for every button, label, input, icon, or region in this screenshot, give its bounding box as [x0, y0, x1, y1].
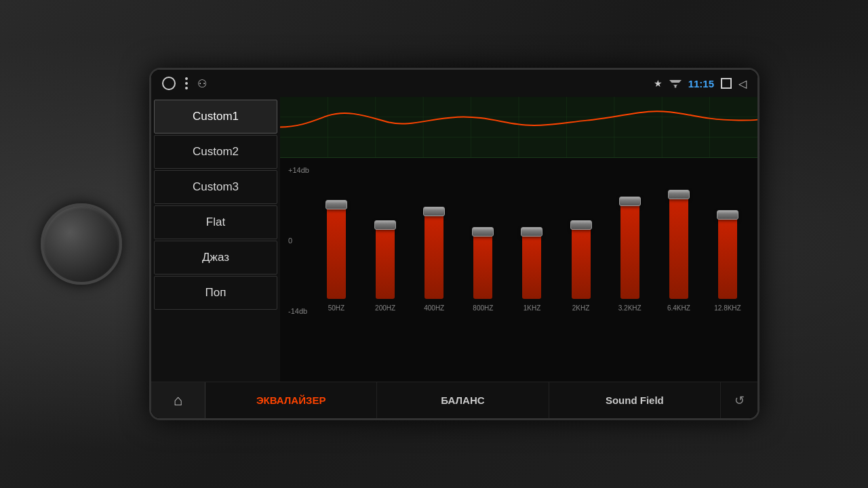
band-label-200hz: 200HZ [375, 304, 395, 312]
band-label-800hz: 800HZ [473, 304, 493, 312]
slider-handle-200hz[interactable] [374, 220, 396, 230]
usb-icon: ⚇ [197, 77, 207, 90]
eq-sliders-area: +14db 0 -14db 50HZ [280, 158, 757, 382]
nav-tabs: ЭКВАЛАЙЗЕР БАЛАНС Sound Field [205, 382, 721, 418]
preset-list: Custom1 Custom2 Custom3 Flat Джаз Поп [151, 97, 280, 382]
eq-band-50hz: 50HZ [313, 163, 359, 312]
bottom-nav: ⌂ ЭКВАЛАЙЗЕР БАЛАНС Sound Field ↺ [151, 382, 757, 418]
tab-balance[interactable]: БАЛАНС [377, 382, 549, 418]
db-labels: +14db 0 -14db [287, 166, 313, 315]
band-label-400hz: 400HZ [424, 304, 444, 312]
time-display: 11:15 [688, 78, 714, 89]
band-label-50hz: 50HZ [328, 304, 344, 312]
slider-handle-2khz[interactable] [570, 220, 592, 230]
slider-handle-400hz[interactable] [423, 207, 445, 216]
db-zero-label: 0 [288, 237, 309, 245]
eq-band-128khz: 12.8KHZ [705, 163, 751, 312]
preset-jazz[interactable]: Джаз [154, 241, 277, 274]
content-area: Custom1 Custom2 Custom3 Flat Джаз Поп [151, 97, 757, 382]
preset-custom1[interactable]: Custom1 [154, 100, 277, 134]
eq-band-1khz: 1KHZ [509, 163, 555, 312]
band-label-64khz: 6.4KHZ [667, 304, 690, 312]
slider-handle-64khz[interactable] [668, 190, 690, 199]
back-icon[interactable]: ◁ [738, 77, 747, 90]
slider-handle-32khz[interactable] [619, 197, 641, 206]
eq-band-32khz: 3.2KHZ [607, 163, 653, 312]
status-left: ⚇ [162, 77, 646, 90]
slider-track-400hz[interactable] [425, 163, 443, 299]
band-label-1khz: 1KHZ [524, 304, 541, 312]
volume-knob[interactable] [41, 203, 122, 285]
eq-area: +14db 0 -14db 50HZ [280, 97, 757, 382]
home-button[interactable]: ⌂ [151, 382, 205, 419]
slider-handle-1khz[interactable] [521, 227, 542, 237]
sliders-grid: 50HZ 200HZ [313, 163, 751, 312]
slider-track-32khz[interactable] [620, 163, 639, 299]
square-icon[interactable] [721, 78, 732, 89]
eq-band-400hz: 400HZ [411, 163, 457, 312]
svg-point-3 [674, 86, 676, 88]
circle-icon[interactable] [162, 77, 176, 90]
tab-soundfield[interactable]: Sound Field [549, 382, 721, 418]
eq-band-64khz: 6.4KHZ [656, 163, 702, 312]
eq-band-200hz: 200HZ [362, 163, 408, 312]
preset-pop[interactable]: Поп [154, 276, 277, 310]
preset-flat[interactable]: Flat [154, 205, 277, 239]
main-screen: ⚇ ★ 11:15 ◁ [149, 68, 760, 420]
home-icon: ⌂ [174, 392, 182, 409]
tab-equalizer[interactable]: ЭКВАЛАЙЗЕР [205, 382, 377, 418]
wifi-icon [669, 79, 682, 88]
slider-track-64khz[interactable] [669, 163, 688, 299]
slider-track-200hz[interactable] [376, 163, 395, 299]
slider-handle-800hz[interactable] [472, 227, 494, 237]
screen-content: ⚇ ★ 11:15 ◁ [151, 70, 757, 418]
slider-track-128khz[interactable] [718, 163, 737, 299]
db-max-label: +14db [288, 166, 309, 174]
band-label-128khz: 12.8KHZ [714, 304, 741, 312]
status-right: ★ 11:15 ◁ [654, 77, 747, 90]
db-min-label: -14db [288, 307, 309, 315]
band-label-2khz: 2KHZ [572, 304, 590, 312]
slider-track-50hz[interactable] [327, 163, 346, 299]
eq-band-2khz: 2KHZ [558, 163, 604, 312]
eq-band-800hz: 800HZ [460, 163, 506, 312]
freq-curve-display [280, 97, 757, 158]
slider-handle-128khz[interactable] [717, 210, 738, 220]
preset-custom3[interactable]: Custom3 [154, 170, 277, 204]
status-bar: ⚇ ★ 11:15 ◁ [151, 70, 757, 97]
menu-dots-icon[interactable] [185, 77, 188, 89]
freq-curve-svg [280, 97, 757, 157]
bluetooth-icon: ★ [654, 78, 663, 89]
slider-track-1khz[interactable] [522, 163, 541, 299]
preset-custom2[interactable]: Custom2 [154, 135, 277, 169]
band-label-32khz: 3.2KHZ [618, 304, 642, 312]
slider-handle-50hz[interactable] [326, 200, 347, 209]
slider-track-800hz[interactable] [473, 163, 492, 299]
car-background: ⚇ ★ 11:15 ◁ [0, 0, 868, 488]
slider-track-2khz[interactable] [572, 163, 591, 299]
reset-button[interactable]: ↺ [721, 393, 757, 408]
